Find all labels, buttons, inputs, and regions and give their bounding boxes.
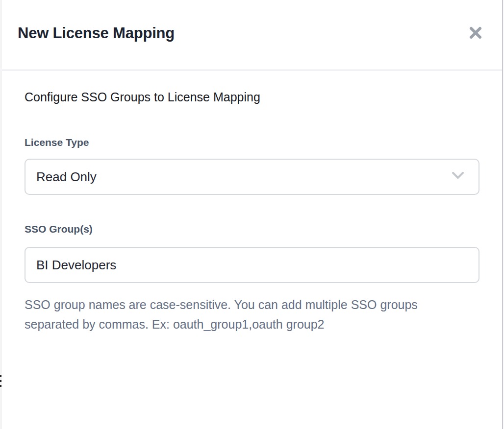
modal-body: Configure SSO Groups to License Mapping … bbox=[2, 71, 502, 334]
background-page-left-edge bbox=[0, 0, 2, 429]
background-list-icon bbox=[0, 375, 1, 377]
modal-title: New License Mapping bbox=[18, 24, 175, 42]
close-icon bbox=[468, 25, 483, 42]
new-license-mapping-modal: New License Mapping Configure SSO Groups… bbox=[2, 0, 502, 429]
sso-groups-help-text: SSO group names are case-sensitive. You … bbox=[25, 295, 456, 334]
chevron-down-icon bbox=[450, 170, 466, 183]
license-type-select[interactable]: Read Only bbox=[25, 159, 479, 195]
modal-header: New License Mapping bbox=[2, 0, 502, 71]
license-type-label: License Type bbox=[25, 136, 479, 149]
sso-groups-label: SSO Group(s) bbox=[25, 222, 479, 236]
section-heading: Configure SSO Groups to License Mapping bbox=[25, 90, 479, 104]
background-list-icon bbox=[0, 385, 1, 387]
license-type-selected-value: Read Only bbox=[36, 169, 450, 185]
license-type-field: License Type Read Only bbox=[25, 136, 479, 195]
background-page-right-edge bbox=[502, 0, 504, 429]
close-button[interactable] bbox=[466, 24, 485, 43]
sso-groups-input[interactable] bbox=[25, 247, 479, 283]
background-list-icon bbox=[0, 380, 1, 382]
sso-groups-field: SSO Group(s) SSO group names are case-se… bbox=[25, 222, 479, 334]
